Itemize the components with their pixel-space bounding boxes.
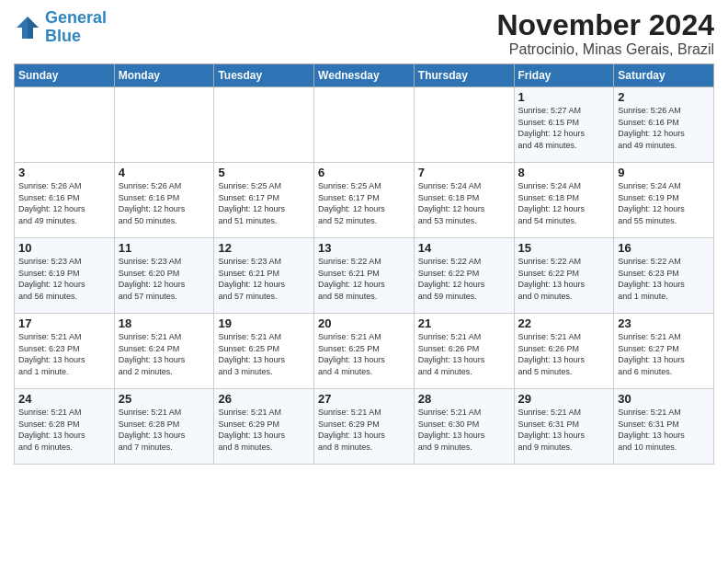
svg-marker-1 xyxy=(28,17,39,39)
week-row-4: 17Sunrise: 5:21 AM Sunset: 6:23 PM Dayli… xyxy=(15,314,714,389)
calendar-cell: 15Sunrise: 5:22 AM Sunset: 6:22 PM Dayli… xyxy=(514,238,614,314)
day-number: 25 xyxy=(119,392,210,406)
header: General Blue November 2024 Patrocinio, M… xyxy=(14,9,714,58)
calendar-cell: 11Sunrise: 5:23 AM Sunset: 6:20 PM Dayli… xyxy=(114,238,214,314)
day-info: Sunrise: 5:21 AM Sunset: 6:26 PM Dayligh… xyxy=(518,331,610,377)
day-info: Sunrise: 5:21 AM Sunset: 6:30 PM Dayligh… xyxy=(418,407,510,453)
day-info: Sunrise: 5:24 AM Sunset: 6:18 PM Dayligh… xyxy=(518,180,610,226)
day-number: 23 xyxy=(618,316,710,330)
day-info: Sunrise: 5:23 AM Sunset: 6:21 PM Dayligh… xyxy=(218,256,310,302)
weekday-header-friday: Friday xyxy=(514,64,614,87)
day-info: Sunrise: 5:21 AM Sunset: 6:25 PM Dayligh… xyxy=(318,331,410,377)
day-info: Sunrise: 5:22 AM Sunset: 6:21 PM Dayligh… xyxy=(318,256,410,302)
logo-text: General Blue xyxy=(45,9,107,46)
weekday-header-saturday: Saturday xyxy=(614,64,714,87)
calendar-cell: 30Sunrise: 5:21 AM Sunset: 6:31 PM Dayli… xyxy=(614,389,714,465)
day-number: 20 xyxy=(318,316,410,330)
weekday-header-wednesday: Wednesday xyxy=(314,64,415,87)
title-area: November 2024 Patrocinio, Minas Gerais, … xyxy=(496,9,714,58)
day-info: Sunrise: 5:21 AM Sunset: 6:27 PM Dayligh… xyxy=(618,331,710,377)
day-number: 15 xyxy=(518,241,610,255)
day-info: Sunrise: 5:21 AM Sunset: 6:29 PM Dayligh… xyxy=(318,407,410,453)
calendar-cell: 27Sunrise: 5:21 AM Sunset: 6:29 PM Dayli… xyxy=(314,389,415,465)
day-number: 10 xyxy=(18,241,110,255)
day-info: Sunrise: 5:22 AM Sunset: 6:22 PM Dayligh… xyxy=(518,256,610,302)
calendar-cell: 21Sunrise: 5:21 AM Sunset: 6:26 PM Dayli… xyxy=(414,314,514,389)
day-number: 27 xyxy=(318,392,410,406)
weekday-header-row: SundayMondayTuesdayWednesdayThursdayFrid… xyxy=(15,64,714,87)
day-number: 21 xyxy=(418,316,510,330)
calendar-cell xyxy=(114,87,214,163)
day-info: Sunrise: 5:25 AM Sunset: 6:17 PM Dayligh… xyxy=(218,180,310,226)
day-number: 13 xyxy=(318,241,410,255)
day-number: 24 xyxy=(18,392,110,406)
calendar-cell: 23Sunrise: 5:21 AM Sunset: 6:27 PM Dayli… xyxy=(614,314,714,389)
day-info: Sunrise: 5:21 AM Sunset: 6:28 PM Dayligh… xyxy=(18,407,110,453)
day-info: Sunrise: 5:21 AM Sunset: 6:26 PM Dayligh… xyxy=(418,331,510,377)
week-row-1: 1Sunrise: 5:27 AM Sunset: 6:15 PM Daylig… xyxy=(15,87,714,163)
day-info: Sunrise: 5:21 AM Sunset: 6:25 PM Dayligh… xyxy=(218,331,310,377)
day-number: 14 xyxy=(418,241,510,255)
day-number: 18 xyxy=(119,316,210,330)
calendar-cell: 5Sunrise: 5:25 AM Sunset: 6:17 PM Daylig… xyxy=(214,163,314,238)
day-info: Sunrise: 5:21 AM Sunset: 6:23 PM Dayligh… xyxy=(18,331,110,377)
day-info: Sunrise: 5:24 AM Sunset: 6:18 PM Dayligh… xyxy=(418,180,510,226)
calendar-cell: 10Sunrise: 5:23 AM Sunset: 6:19 PM Dayli… xyxy=(15,238,115,314)
calendar-cell: 8Sunrise: 5:24 AM Sunset: 6:18 PM Daylig… xyxy=(514,163,614,238)
day-number: 5 xyxy=(218,166,310,179)
day-number: 8 xyxy=(518,166,610,179)
day-number: 4 xyxy=(119,166,210,179)
week-row-3: 10Sunrise: 5:23 AM Sunset: 6:19 PM Dayli… xyxy=(15,238,714,314)
calendar-cell: 4Sunrise: 5:26 AM Sunset: 6:16 PM Daylig… xyxy=(114,163,214,238)
logo-line1: General xyxy=(45,8,107,27)
calendar-cell xyxy=(15,87,115,163)
day-number: 26 xyxy=(218,392,310,406)
calendar-cell: 17Sunrise: 5:21 AM Sunset: 6:23 PM Dayli… xyxy=(15,314,115,389)
weekday-header-tuesday: Tuesday xyxy=(214,64,314,87)
day-info: Sunrise: 5:23 AM Sunset: 6:19 PM Dayligh… xyxy=(18,256,110,302)
calendar-table: SundayMondayTuesdayWednesdayThursdayFrid… xyxy=(14,63,714,465)
weekday-header-monday: Monday xyxy=(114,64,214,87)
day-number: 1 xyxy=(518,90,610,104)
day-number: 17 xyxy=(18,316,110,330)
weekday-header-sunday: Sunday xyxy=(15,64,115,87)
day-info: Sunrise: 5:26 AM Sunset: 6:16 PM Dayligh… xyxy=(119,180,210,226)
calendar-cell xyxy=(414,87,514,163)
day-number: 22 xyxy=(518,316,610,330)
calendar-cell: 6Sunrise: 5:25 AM Sunset: 6:17 PM Daylig… xyxy=(314,163,415,238)
calendar-cell: 29Sunrise: 5:21 AM Sunset: 6:31 PM Dayli… xyxy=(514,389,614,465)
calendar-cell: 20Sunrise: 5:21 AM Sunset: 6:25 PM Dayli… xyxy=(314,314,415,389)
calendar-cell: 12Sunrise: 5:23 AM Sunset: 6:21 PM Dayli… xyxy=(214,238,314,314)
week-row-2: 3Sunrise: 5:26 AM Sunset: 6:16 PM Daylig… xyxy=(15,163,714,238)
day-info: Sunrise: 5:21 AM Sunset: 6:31 PM Dayligh… xyxy=(618,407,710,453)
day-info: Sunrise: 5:26 AM Sunset: 6:16 PM Dayligh… xyxy=(18,180,110,226)
day-info: Sunrise: 5:24 AM Sunset: 6:19 PM Dayligh… xyxy=(618,180,710,226)
calendar-cell: 3Sunrise: 5:26 AM Sunset: 6:16 PM Daylig… xyxy=(15,163,115,238)
calendar-cell: 1Sunrise: 5:27 AM Sunset: 6:15 PM Daylig… xyxy=(514,87,614,163)
calendar-cell: 22Sunrise: 5:21 AM Sunset: 6:26 PM Dayli… xyxy=(514,314,614,389)
day-info: Sunrise: 5:27 AM Sunset: 6:15 PM Dayligh… xyxy=(518,105,610,151)
calendar-cell xyxy=(314,87,415,163)
day-info: Sunrise: 5:22 AM Sunset: 6:23 PM Dayligh… xyxy=(618,256,710,302)
location-title: Patrocinio, Minas Gerais, Brazil xyxy=(496,41,714,58)
calendar-cell xyxy=(214,87,314,163)
day-info: Sunrise: 5:21 AM Sunset: 6:24 PM Dayligh… xyxy=(119,331,210,377)
logo-area: General Blue xyxy=(14,9,107,46)
day-info: Sunrise: 5:23 AM Sunset: 6:20 PM Dayligh… xyxy=(119,256,210,302)
calendar-cell: 2Sunrise: 5:26 AM Sunset: 6:16 PM Daylig… xyxy=(614,87,714,163)
calendar-cell: 24Sunrise: 5:21 AM Sunset: 6:28 PM Dayli… xyxy=(15,389,115,465)
day-info: Sunrise: 5:26 AM Sunset: 6:16 PM Dayligh… xyxy=(618,105,710,151)
day-number: 3 xyxy=(18,166,110,179)
day-number: 11 xyxy=(119,241,210,255)
calendar-cell: 16Sunrise: 5:22 AM Sunset: 6:23 PM Dayli… xyxy=(614,238,714,314)
page: General Blue November 2024 Patrocinio, M… xyxy=(0,0,728,474)
day-info: Sunrise: 5:21 AM Sunset: 6:31 PM Dayligh… xyxy=(518,407,610,453)
calendar-cell: 28Sunrise: 5:21 AM Sunset: 6:30 PM Dayli… xyxy=(414,389,514,465)
calendar-cell: 26Sunrise: 5:21 AM Sunset: 6:29 PM Dayli… xyxy=(214,389,314,465)
day-number: 30 xyxy=(618,392,710,406)
calendar-cell: 9Sunrise: 5:24 AM Sunset: 6:19 PM Daylig… xyxy=(614,163,714,238)
day-info: Sunrise: 5:22 AM Sunset: 6:22 PM Dayligh… xyxy=(418,256,510,302)
calendar-cell: 7Sunrise: 5:24 AM Sunset: 6:18 PM Daylig… xyxy=(414,163,514,238)
day-number: 29 xyxy=(518,392,610,406)
day-number: 2 xyxy=(618,90,710,104)
